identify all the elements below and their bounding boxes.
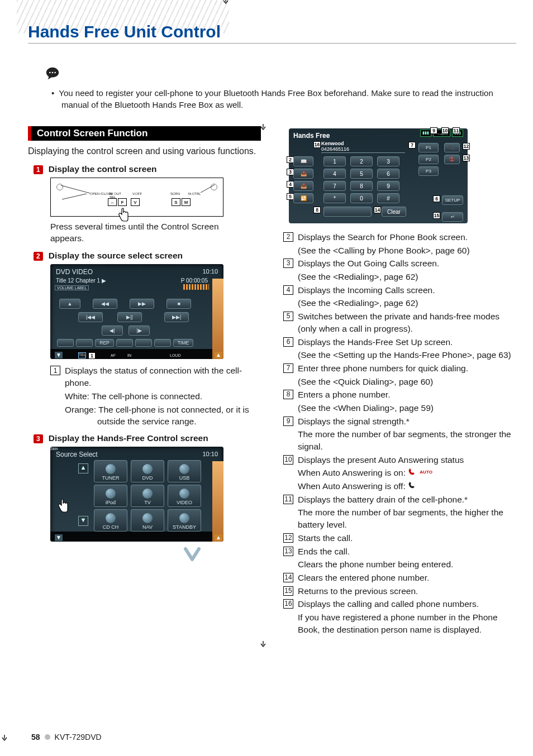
fig2-title: DVD VIDEO (56, 268, 93, 276)
item-16-sub: If you have registered a phone number in… (298, 611, 516, 635)
numbox-16: 16 (283, 599, 293, 609)
fig2-time: TIME (173, 339, 193, 347)
intro-note: • You need to register your cell-phone t… (51, 87, 516, 111)
side-in-icon: 📥 (293, 181, 313, 191)
side-private-icon: 🔁 (293, 193, 313, 203)
key-7: 7 (323, 181, 346, 191)
step-1-caption: Press several times until the Control Sc… (50, 221, 229, 245)
callout-10: 10 (441, 127, 449, 134)
right-list: 2Displays the Search for Phone Book scre… (283, 231, 516, 635)
fig3-cell-cdch: CD CH (103, 524, 119, 530)
item-11-text: Displays the battery drain of the cell-p… (298, 494, 516, 506)
step-2-badge: 2 (34, 252, 43, 261)
fig3-cell-tuner: TUNER (102, 475, 120, 481)
fig3-cell-video: VIDEO (177, 500, 192, 505)
item-10-text: Displays the present Auto Answering stat… (298, 454, 516, 466)
numbox-13: 13 (283, 547, 293, 556)
item-16-text: Displays the calling and called phone nu… (298, 598, 516, 610)
item-8-text: Enters a phone number. (298, 389, 516, 401)
figure-source-select: Source Select 10:10 Skin ▲ ▼ TUNER DVD U… (50, 447, 223, 542)
left-column: Control Screen Function Displaying the c… (28, 126, 261, 637)
item-13-text: Ends the call. (298, 546, 516, 558)
intro-note-text: You need to register your cell-phone to … (59, 88, 493, 109)
fig3-cell-tv: TV (144, 500, 151, 505)
fig2-volume-label: VOLUME LABEL (55, 285, 89, 290)
numbox-7: 7 (283, 363, 293, 373)
fig1-label-scrn: SCRN (170, 192, 180, 195)
callout-14: 14 (374, 207, 381, 213)
fig2-line2-right: P 00:00:05 (181, 277, 208, 284)
item-15-text: Returns to the previous screen. (298, 585, 516, 597)
step-1-badge: 1 (34, 165, 43, 174)
item-7-sub: (See the <Quick Dialing>, page 60) (298, 376, 516, 388)
phone-auto-off-icon (408, 481, 418, 489)
fig2-loud: LOUD (170, 353, 180, 357)
bottom-continuation-arrow-left (1, 734, 8, 744)
item-4-text: Displays the Incoming Calls screen. (298, 284, 516, 296)
item-4-sub: (See the <Redialing>, page 62) (298, 297, 516, 309)
callout-12: 12 (463, 143, 470, 150)
right-column: Hands Free ▮▮▮ 📞AUTO ▮▮▮ 9 10 11 16 Kenw… (283, 126, 516, 637)
fig2-clock: 10:10 (202, 268, 218, 275)
item-11-sub: The more the number of bar segments, the… (298, 506, 516, 530)
svg-point-0 (49, 72, 51, 74)
figure-dvd-screen: DVD VIDEO 10:10 Title 12 Chapter 1 ▶ P 0… (50, 264, 223, 359)
key-1: 1 (323, 156, 346, 166)
return-icon: ↵ (442, 212, 463, 222)
hand-pointer-icon (117, 207, 130, 223)
fig3-cell-dvd: DVD (142, 475, 153, 481)
step-2-title: Display the source select screen (49, 251, 183, 261)
numbox-2: 2 (283, 232, 293, 242)
item-3-text: Displays the Out Going Calls screen. (298, 257, 516, 270)
fig2-callout-1: 1 (88, 352, 96, 359)
numbox-12: 12 (283, 533, 293, 543)
step-3-title: Display the Hands-Free Control screen (49, 433, 208, 443)
numbox-5: 5 (283, 312, 293, 321)
key-5: 5 (350, 169, 373, 179)
callout-11: 11 (453, 127, 460, 134)
numbox-10: 10 (283, 455, 293, 465)
footer-dot-icon (45, 734, 50, 740)
preset-1: P1 (418, 143, 439, 152)
item-7-text: Enter three phone numbers for quick dial… (298, 362, 516, 375)
fig2-line2-left: Title 12 Chapter 1 ▶ (56, 277, 106, 284)
svg-line-4 (61, 185, 90, 193)
fig3-title: Source Select (56, 451, 98, 458)
preset-2: P2 (418, 155, 439, 164)
section-description: Displaying the control screen and using … (28, 145, 261, 157)
svg-point-2 (54, 72, 56, 74)
callout-15: 15 (433, 212, 440, 219)
fig1-label-mctrl: M.CTRL (188, 192, 201, 195)
key-6: 6 (377, 169, 399, 179)
setup-button: SETUP (442, 195, 463, 205)
phone-auto-on-icon: AUTO (408, 468, 432, 476)
numbox-14: 14 (283, 573, 293, 582)
item-6-sub: (See the <Setting up the Hands-Free Phon… (298, 349, 516, 361)
continuation-arrow-icon (222, 0, 229, 7)
fig1-key-M: M (182, 198, 191, 206)
numbox-1: 1 (50, 366, 60, 375)
hf-number: 0426465116 (321, 146, 405, 152)
callout-6: 6 (433, 195, 440, 202)
side-book-icon: 📖 (293, 156, 313, 166)
fig2-in: IN (127, 353, 131, 357)
figure-hands-free-screen: Hands Free ▮▮▮ 📞AUTO ▮▮▮ 9 10 11 16 Kenw… (289, 128, 468, 223)
step-1-title: Display the control screen (49, 164, 157, 174)
key-4: 4 (323, 169, 346, 179)
numbox-15: 15 (283, 586, 293, 596)
step-3-badge: 3 (34, 434, 43, 443)
call-end-icon: 📵 (444, 155, 460, 164)
item-10-sub2: When Auto Answering is off: (298, 480, 516, 492)
item-10-sub1: When Auto Answering is on: AUTO (298, 467, 516, 479)
continue-arrow-icon (123, 547, 261, 565)
fig2-rep: REP (95, 339, 114, 347)
key-blank (323, 207, 372, 217)
key-8: 8 (350, 181, 373, 191)
key-2: 2 (350, 156, 373, 166)
item-9-text: Displays the signal strength.* (298, 415, 516, 428)
callout-9: 9 (430, 127, 437, 134)
list-item-1-text: Displays the status of connection with t… (65, 365, 261, 389)
hf-name: Kenwood (321, 141, 405, 146)
item-6-text: Displays the Hands-Free Set Up screen. (298, 336, 516, 348)
callout-8: 8 (313, 207, 321, 213)
